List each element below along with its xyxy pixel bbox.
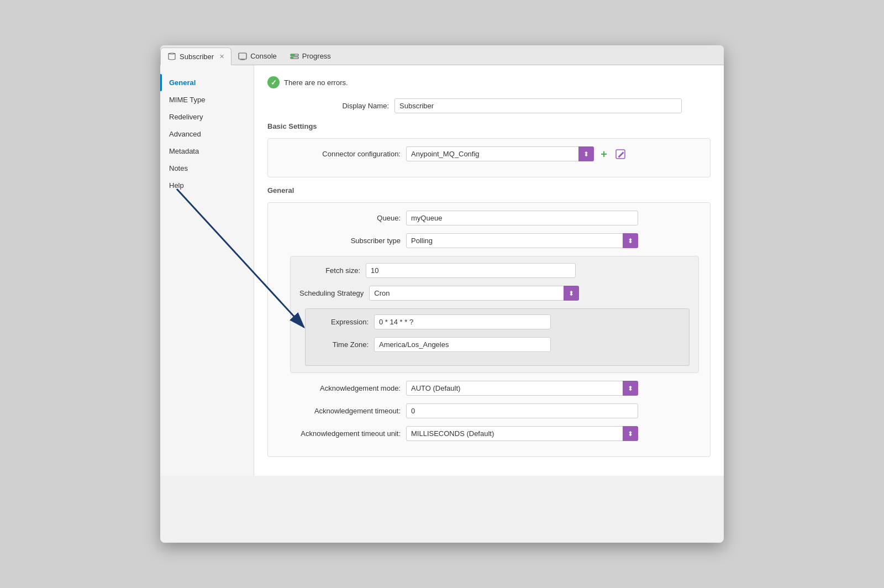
expression-row: Expression: <box>313 314 681 329</box>
console-tab-icon <box>238 52 247 61</box>
no-errors-banner: ✓ There are no errors. <box>267 76 711 88</box>
time-zone-input[interactable] <box>374 337 551 352</box>
main-window: Subscriber ✕ Console Progress General MI… <box>160 45 724 543</box>
main-layout: General MIME Type Redelivery Advanced Me… <box>160 65 724 476</box>
ack-timeout-unit-select[interactable]: MILLISECONDS (Default) <box>406 426 638 441</box>
tab-console-label: Console <box>250 52 277 60</box>
expression-label: Expression: <box>313 318 369 326</box>
queue-row: Queue: <box>279 211 699 225</box>
sidebar-item-notes[interactable]: Notes <box>160 160 254 177</box>
connector-config-row: Connector configuration: Anypoint_MQ_Con… <box>279 146 699 161</box>
expression-input[interactable] <box>374 314 551 329</box>
sidebar-item-mime-type[interactable]: MIME Type <box>160 91 254 108</box>
ack-mode-row: Acknowledgement mode: AUTO (Default) <box>279 381 699 396</box>
tab-subscriber-close[interactable]: ✕ <box>219 53 224 60</box>
display-name-row: Display Name: <box>267 98 711 113</box>
subscriber-type-row: Subscriber type Polling <box>279 233 699 248</box>
connector-config-controls: Anypoint_MQ_Config + <box>406 146 627 161</box>
svg-rect-3 <box>291 54 295 56</box>
cron-subsection: Expression: Time Zone: <box>305 308 690 366</box>
ack-mode-label: Acknowledgement mode: <box>279 384 401 392</box>
check-icon: ✓ <box>267 76 280 88</box>
sidebar-item-advanced[interactable]: Advanced <box>160 125 254 143</box>
ack-mode-select[interactable]: AUTO (Default) <box>406 381 638 396</box>
sidebar-item-general[interactable]: General <box>160 74 254 91</box>
connector-config-select[interactable]: Anypoint_MQ_Config <box>406 146 594 161</box>
time-zone-label: Time Zone: <box>313 340 369 349</box>
ack-timeout-unit-label: Acknowledgement timeout unit: <box>279 429 401 438</box>
sidebar-item-redelivery[interactable]: Redelivery <box>160 108 254 125</box>
tab-progress[interactable]: Progress <box>283 48 338 65</box>
tab-bar: Subscriber ✕ Console Progress <box>160 45 724 65</box>
content-area: ✓ There are no errors. Display Name: Bas… <box>254 65 724 476</box>
display-name-label: Display Name: <box>267 102 389 110</box>
general-section-header: General <box>267 186 711 197</box>
sidebar-item-help[interactable]: Help <box>160 177 254 194</box>
sidebar: General MIME Type Redelivery Advanced Me… <box>160 65 254 476</box>
svg-rect-4 <box>291 57 293 59</box>
fetch-size-row: Fetch size: <box>299 263 690 278</box>
tab-subscriber[interactable]: Subscriber ✕ <box>160 48 231 65</box>
ack-timeout-unit-select-wrapper: MILLISECONDS (Default) <box>406 426 638 441</box>
edit-pencil-icon <box>614 148 627 160</box>
tab-console[interactable]: Console <box>231 48 283 65</box>
sidebar-item-metadata[interactable]: Metadata <box>160 143 254 160</box>
ack-timeout-input[interactable] <box>406 403 638 418</box>
subscriber-tab-icon <box>167 52 176 61</box>
connector-config-select-wrapper: Anypoint_MQ_Config <box>406 146 594 161</box>
tab-progress-label: Progress <box>302 52 331 60</box>
add-config-button[interactable]: + <box>597 148 611 161</box>
svg-rect-0 <box>239 53 246 59</box>
connector-config-label: Connector configuration: <box>279 150 401 158</box>
general-section: Queue: Subscriber type Polling <box>267 202 711 457</box>
scheduling-strategy-select-wrapper: Cron <box>369 286 579 301</box>
subscriber-type-select-wrapper: Polling <box>406 233 638 248</box>
ack-timeout-label: Acknowledgement timeout: <box>279 407 401 415</box>
basic-settings-section: Connector configuration: Anypoint_MQ_Con… <box>267 138 711 177</box>
tab-subscriber-label: Subscriber <box>180 53 214 61</box>
edit-config-button[interactable] <box>614 148 627 161</box>
ack-mode-select-wrapper: AUTO (Default) <box>406 381 638 396</box>
queue-label: Queue: <box>279 214 401 222</box>
time-zone-row: Time Zone: <box>313 337 681 352</box>
fetch-size-input[interactable] <box>366 263 576 278</box>
basic-settings-header: Basic Settings <box>267 122 711 133</box>
no-errors-text: There are no errors. <box>284 78 348 87</box>
scheduling-strategy-row: Scheduling Strategy Cron <box>299 286 690 301</box>
ack-timeout-unit-row: Acknowledgement timeout unit: MILLISECON… <box>279 426 699 441</box>
queue-input[interactable] <box>406 211 638 225</box>
progress-tab-icon <box>290 52 299 61</box>
ack-timeout-row: Acknowledgement timeout: <box>279 403 699 418</box>
subscriber-type-select[interactable]: Polling <box>406 233 638 248</box>
fetch-size-label: Fetch size: <box>299 266 360 275</box>
scheduling-strategy-label: Scheduling Strategy <box>299 289 364 297</box>
polling-subsection: Fetch size: Scheduling Strategy Cron <box>290 256 699 373</box>
subscriber-type-label: Subscriber type <box>279 237 401 245</box>
display-name-input[interactable] <box>394 98 682 113</box>
scheduling-strategy-select[interactable]: Cron <box>369 286 579 301</box>
